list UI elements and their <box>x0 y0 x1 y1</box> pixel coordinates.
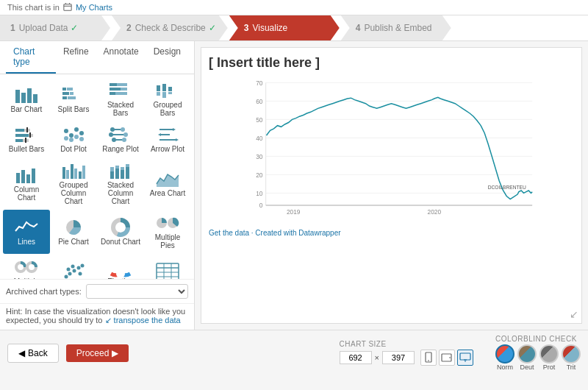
tabs: Chart type Refine Annotate Design <box>0 41 194 74</box>
mobile-size-icon[interactable] <box>420 350 437 366</box>
chart-type-table[interactable]: Table <box>144 254 191 279</box>
chart-width-input[interactable] <box>340 351 372 364</box>
chart-size-section: CHART SIZE × <box>340 340 473 366</box>
step-3-label: Visualize <box>252 23 287 33</box>
stacked-bars-icon <box>109 82 132 99</box>
chart-type-stacked-bars[interactable]: Stacked Bars <box>97 77 144 121</box>
arrow-plot-label: Arrow Plot <box>151 145 184 153</box>
chart-svg: 70 60 50 40 30 20 10 0 2019 2020 DCOILBR… <box>209 77 574 224</box>
my-charts-link[interactable]: My Charts <box>76 3 112 12</box>
tab-refine[interactable]: Refine <box>56 41 96 74</box>
chart-height-input[interactable] <box>382 351 415 364</box>
chart-type-dot-plot[interactable]: Dot Plot <box>50 121 97 157</box>
hint-row: Hint: In case the visualization doesn't … <box>0 303 194 330</box>
colorblind-prot[interactable]: Prot <box>539 344 559 371</box>
step-4-num: 4 <box>356 23 361 33</box>
svg-point-83 <box>68 272 72 275</box>
svg-text:0: 0 <box>259 202 263 209</box>
multiple-donuts-icon <box>15 258 38 276</box>
svg-rect-61 <box>32 169 35 183</box>
archived-row: Archived chart types: <box>0 279 194 303</box>
svg-rect-18 <box>110 92 115 95</box>
stacked-bars-label: Stacked Bars <box>100 101 141 117</box>
stacked-column-icon <box>109 162 132 180</box>
svg-rect-23 <box>162 92 166 98</box>
my-charts-icon <box>63 3 72 12</box>
chart-type-arrow-plot[interactable]: Arrow Plot <box>144 121 191 157</box>
transpose-link[interactable]: ↙ transpose the data <box>105 316 181 325</box>
area-chart-label: Area Chart <box>150 189 185 197</box>
chart-type-area-chart[interactable]: Area Chart <box>144 157 191 210</box>
svg-point-44 <box>110 127 115 132</box>
colorblind-norm[interactable]: Norm <box>495 344 514 371</box>
svg-rect-59 <box>21 170 25 183</box>
tab-chart-type[interactable]: Chart type <box>6 41 56 74</box>
pie-chart-icon <box>62 219 85 236</box>
multiple-pies-icon <box>156 214 179 232</box>
svg-text:30: 30 <box>256 153 263 160</box>
back-button[interactable]: ◀ Back <box>7 344 59 363</box>
step-3[interactable]: 3 Visualize <box>229 15 340 40</box>
svg-rect-7 <box>33 94 37 103</box>
step-4[interactable]: 4 Publish & Embed <box>341 15 451 40</box>
chart-type-grouped-bars[interactable]: Grouped Bars <box>144 77 191 121</box>
svg-text:50: 50 <box>256 116 263 124</box>
svg-rect-8 <box>62 88 66 91</box>
svg-point-38 <box>79 131 84 135</box>
step-1[interactable]: 1 Upload Data ✓ <box>0 15 110 40</box>
chart-type-multiple-donuts[interactable]: Multiple Donuts <box>3 254 50 279</box>
chart-type-grouped-column[interactable]: Grouped Column Chart <box>50 157 97 210</box>
archived-select[interactable] <box>86 284 188 299</box>
svg-rect-9 <box>67 88 73 91</box>
bullet-bars-icon <box>15 126 38 143</box>
svg-rect-27 <box>15 129 24 132</box>
stacked-column-label: Stacked Column Chart <box>100 181 141 205</box>
step-2[interactable]: 2 Check & Describe ✓ <box>112 15 228 40</box>
times-sign: × <box>375 353 379 362</box>
svg-rect-68 <box>110 171 114 179</box>
tablet-size-icon[interactable] <box>439 350 455 366</box>
colorblind-deut[interactable]: Deut <box>517 344 537 371</box>
chart-type-bullet-bars[interactable]: Bullet Bars <box>3 121 50 157</box>
chart-type-split-bars[interactable]: Split Bars <box>50 77 97 121</box>
size-icons <box>420 350 473 366</box>
svg-text:2020: 2020 <box>428 208 442 216</box>
chart-type-scatter-plot[interactable]: Scatter Plot <box>50 254 97 279</box>
archived-label: Archived chart types: <box>6 287 82 296</box>
svg-rect-12 <box>62 96 67 99</box>
chart-type-column-chart[interactable]: Column Chart <box>3 157 50 210</box>
tab-annotate[interactable]: Annotate <box>96 41 146 74</box>
chart-type-lines[interactable]: Lines <box>3 210 50 254</box>
chart-type-stacked-column[interactable]: Stacked Column Chart <box>97 157 144 210</box>
svg-text:2019: 2019 <box>287 208 301 216</box>
chart-type-multiple-pies[interactable]: Multiple Pies <box>144 210 191 254</box>
svg-point-37 <box>74 127 79 132</box>
chart-type-range-plot[interactable]: Range Plot <box>97 121 144 157</box>
proceed-button[interactable]: Proceed ▶ <box>66 344 129 362</box>
chart-type-election-donut[interactable]: Election Donut <box>97 254 144 279</box>
bar-chart-label: Bar Chart <box>11 105 43 113</box>
credit-text: Get the data · Created with Datawrapper <box>209 229 341 237</box>
svg-text:20: 20 <box>256 171 263 179</box>
svg-rect-62 <box>62 167 65 179</box>
svg-rect-4 <box>15 90 20 103</box>
tab-design[interactable]: Design <box>146 41 188 74</box>
datawrapper-credit[interactable]: Get the data · Created with Datawrapper <box>209 229 574 237</box>
svg-rect-73 <box>121 167 124 170</box>
svg-rect-69 <box>110 167 114 171</box>
chart-type-donut-chart[interactable]: Donut Chart <box>97 210 144 254</box>
bottom-left: ◀ Back Proceed ▶ <box>7 344 129 363</box>
svg-rect-24 <box>168 87 172 91</box>
proceed-icon: ▶ <box>112 348 118 358</box>
norm-circle <box>495 344 514 364</box>
svg-point-48 <box>123 132 128 137</box>
svg-rect-5 <box>21 93 26 103</box>
svg-point-89 <box>81 263 85 267</box>
colorblind-trit[interactable]: Trit <box>562 344 581 371</box>
chart-title: [ Insert title here ] <box>209 55 574 71</box>
grouped-column-icon <box>62 162 85 180</box>
desktop-size-icon[interactable] <box>457 350 473 366</box>
lines-label: Lines <box>18 238 35 246</box>
chart-type-pie-chart[interactable]: Pie Chart <box>50 210 97 254</box>
chart-type-bar[interactable]: Bar Chart <box>3 77 50 121</box>
